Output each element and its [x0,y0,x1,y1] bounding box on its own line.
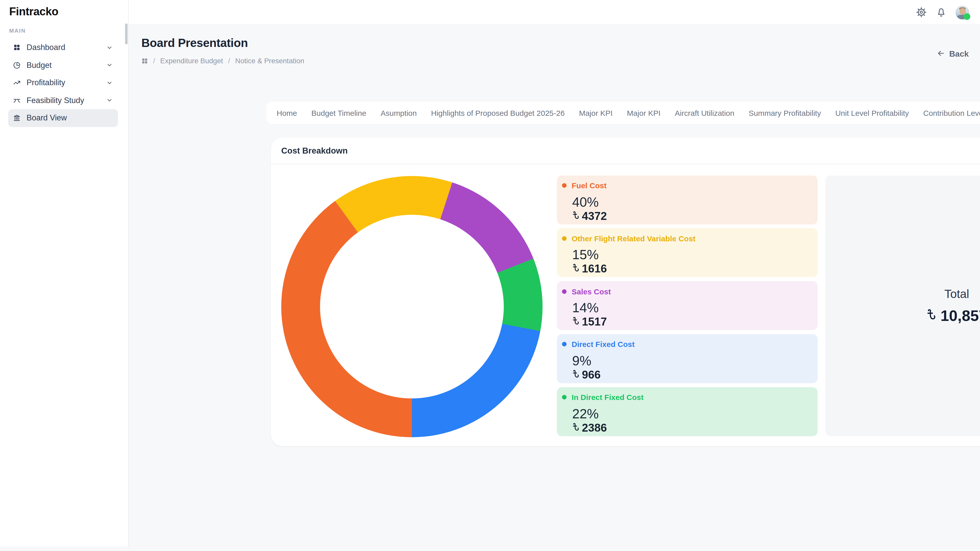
total-panel: Total 10,857 [825,175,980,436]
legend-series-name: Other Flight Related Variable Cost [572,234,695,243]
tab-aircraft-utilization[interactable]: Aircraft Utilization [675,108,734,117]
taka-currency-icon [572,210,579,222]
chart-legend: Fuel Cost40%4372Other Flight Related Var… [557,175,818,436]
chevron-down-icon [106,62,113,68]
sidebar-item-label: Dashboard [27,43,65,52]
total-label: Total [944,287,969,301]
legend-amount-value: 966 [582,369,600,381]
gear-icon [916,6,927,18]
sidebar-item-board-view[interactable]: Board View [8,109,118,127]
legend-percent-value: 40% [572,195,811,209]
settings-button[interactable] [916,6,927,18]
donut-hole [320,215,504,399]
back-button[interactable]: Back [934,48,972,60]
tab-major-kpi[interactable]: Major KPI [579,108,613,117]
legend-amount-value: 1517 [582,316,607,328]
card-title: Cost Breakdown [281,146,348,156]
legend-row: Direct Fixed Cost9%966 [557,334,818,383]
bell-icon [935,6,947,18]
back-button-label: Back [950,49,969,59]
breadcrumb-item[interactable]: Notice & Presentation [235,57,304,65]
legend-amount: 1616 [572,263,811,275]
sidebar-scrollbar-thumb[interactable] [125,24,127,44]
legend-series-name: Sales Cost [572,287,611,295]
tab-summary-profitability[interactable]: Summary Profitability [749,108,821,117]
grid-icon[interactable] [142,57,148,64]
breadcrumb-separator: / [228,57,230,65]
legend-row: Sales Cost14%1517 [557,281,818,330]
topbar [129,0,980,25]
legend-series-name: In Direct Fixed Cost [572,393,644,402]
user-avatar[interactable] [956,5,969,19]
tab-unit-level-profitability[interactable]: Unit Level Profitability [835,108,909,117]
legend-dot-icon [562,395,566,400]
sidebar-item-feasibility-study[interactable]: Feasibility Study [8,92,118,109]
tab-highlights-of-proposed-budget-2025-26[interactable]: Highlights of Proposed Budget 2025-26 [431,108,565,117]
legend-row: In Direct Fixed Cost22%2386 [557,387,818,436]
sidebar-item-dashboard[interactable]: Dashboard [8,39,118,56]
taka-currency-icon [926,307,936,324]
tab-budget-timeline[interactable]: Budget Timeline [311,108,366,117]
bridge-icon [13,97,21,104]
sidebar: Fintracko MAIN DashboardBudgetProfitabil… [0,0,129,546]
breadcrumb-separator: / [153,57,155,65]
presentation-tabbar: HomeBudget TimelineAsumptionHighlights o… [266,102,980,124]
tab-major-kpi[interactable]: Major KPI [627,108,660,117]
chevron-down-icon [106,79,113,86]
legend-amount: 966 [572,369,811,381]
card-header: Cost Breakdown [271,138,980,164]
trending-up-icon [13,79,21,86]
sidebar-item-label: Budget [27,61,52,70]
tab-home[interactable]: Home [277,108,297,117]
tab-asumption[interactable]: Asumption [380,108,417,117]
main-content: Board Presentation /Expenditure Budget/N… [129,25,980,551]
app-logo: Fintracko [0,0,128,18]
avatar-face [959,8,966,14]
legend-percent-value: 9% [572,354,811,368]
taka-currency-icon [572,422,579,434]
chevron-down-icon [106,44,113,51]
page-header: Board Presentation /Expenditure Budget/N… [129,25,980,65]
tab-contribution-level-profitability[interactable]: Contribution Level Profitability [923,108,980,117]
legend-amount-value: 1616 [582,263,607,275]
legend-amount-value: 2386 [582,422,607,434]
legend-dot-icon [562,289,566,294]
cost-donut-chart[interactable] [281,176,542,437]
taka-currency-icon [572,263,579,275]
sidebar-nav: DashboardBudgetProfitabilityFeasibility … [0,37,128,127]
legend-dot-icon [562,236,566,241]
legend-amount: 1517 [572,316,811,328]
taka-currency-icon [572,316,579,328]
sidebar-item-label: Feasibility Study [27,96,84,105]
legend-row: Other Flight Related Variable Cost15%161… [557,228,818,277]
pie-chart-icon [13,62,21,69]
legend-amount: 4372 [572,210,811,222]
sidebar-item-label: Board View [27,114,67,123]
breadcrumb-item[interactable]: Expenditure Budget [160,57,223,65]
dashboard-icon [13,44,21,51]
legend-dot-icon [562,342,566,347]
landmark-icon [13,114,21,122]
app-root: Fintracko MAIN DashboardBudgetProfitabil… [0,0,980,551]
sidebar-item-budget[interactable]: Budget [8,56,118,74]
legend-row: Fuel Cost40%4372 [557,175,818,224]
notifications-button[interactable] [935,6,947,18]
online-status-dot [964,13,970,20]
legend-percent-value: 15% [572,248,811,262]
breadcrumb: /Expenditure Budget/Notice & Presentatio… [142,57,973,65]
legend-amount-value: 4372 [582,210,607,222]
legend-series-name: Direct Fixed Cost [572,340,635,349]
legend-dot-icon [562,183,566,188]
sidebar-item-profitability[interactable]: Profitability [8,74,118,92]
card-body: Fuel Cost40%4372Other Flight Related Var… [271,164,980,445]
sidebar-section-label: MAIN [9,27,128,34]
page-title: Board Presentation [142,36,973,50]
tab-list: HomeBudget TimelineAsumptionHighlights o… [266,108,980,117]
legend-series-name: Fuel Cost [572,181,607,190]
legend-amount: 2386 [572,422,811,434]
chevron-down-icon [106,97,113,104]
sidebar-item-label: Profitability [27,78,65,87]
total-amount-value: 10,857 [940,307,980,324]
arrow-left-icon [937,49,945,59]
legend-percent-value: 22% [572,407,811,421]
